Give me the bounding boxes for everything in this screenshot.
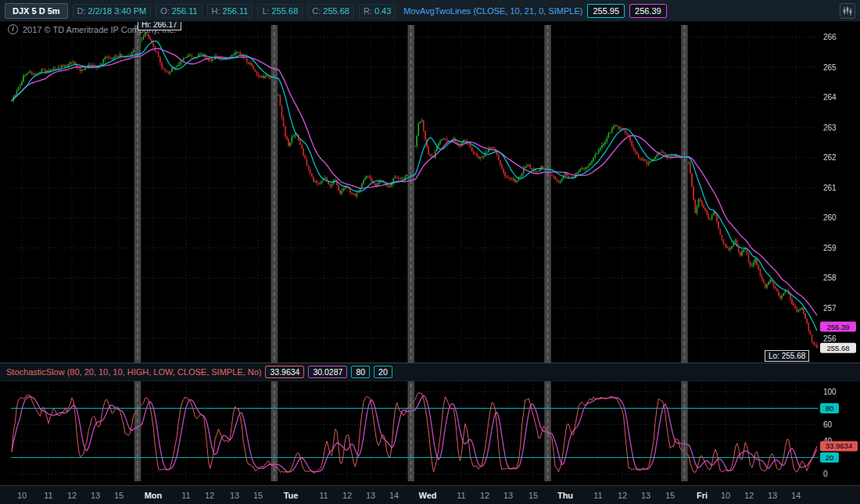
svg-text:14: 14 — [389, 491, 399, 500]
field-value: 2/2/18 3:40 PM — [88, 6, 147, 16]
field-label: L: — [262, 6, 269, 16]
svg-text:11: 11 — [181, 491, 190, 500]
field-range: R: 0.43 — [359, 4, 396, 18]
svg-text:12: 12 — [744, 491, 754, 500]
svg-text:256: 256 — [823, 334, 837, 343]
stoch-slowk-value: 33.9634 — [265, 366, 304, 378]
svg-text:13: 13 — [230, 491, 239, 500]
field-value: 255.68 — [323, 6, 349, 16]
ma-value-2: 256.39 — [629, 4, 667, 18]
svg-text:257: 257 — [823, 304, 837, 313]
svg-text:256.39: 256.39 — [826, 323, 849, 331]
svg-text:14: 14 — [791, 491, 801, 500]
svg-text:10: 10 — [721, 491, 730, 500]
price-axis[interactable]: 266265264263262261260259258257256 — [823, 33, 837, 343]
session-break-bars — [134, 25, 688, 481]
svg-text:259: 259 — [823, 244, 837, 252]
axis-badge: 33.9634 — [820, 441, 858, 451]
axis-badge: 20 — [820, 452, 839, 463]
stoch-slowd-value: 30.0287 — [308, 366, 347, 378]
field-high: H: 256.11 — [207, 4, 253, 18]
svg-text:11: 11 — [44, 491, 52, 500]
svg-text:265: 265 — [823, 63, 837, 72]
svg-text:10: 10 — [17, 491, 27, 500]
field-open: O: 256.11 — [156, 4, 202, 18]
svg-text:Wed: Wed — [418, 491, 436, 500]
field-value: 256.11 — [172, 6, 198, 16]
field-label: C: — [312, 6, 321, 16]
svg-text:15: 15 — [665, 491, 675, 500]
info-icon[interactable]: i — [8, 24, 18, 34]
svg-text:12: 12 — [480, 491, 489, 500]
svg-text:258: 258 — [823, 273, 837, 282]
svg-text:Fri: Fri — [697, 491, 708, 500]
svg-text:12: 12 — [205, 491, 214, 500]
svg-text:12: 12 — [342, 491, 352, 500]
svg-text:12: 12 — [67, 491, 77, 500]
field-label: D: — [77, 6, 86, 16]
svg-text:60: 60 — [823, 420, 833, 429]
svg-text:261: 261 — [823, 184, 837, 192]
stoch-axis[interactable]: 10060400 — [823, 388, 837, 478]
field-value: 0.43 — [374, 6, 391, 16]
svg-text:11: 11 — [457, 491, 465, 500]
svg-text:262: 262 — [823, 153, 837, 162]
low-price-marker: Lo: 255.68 — [765, 350, 809, 362]
svg-text:264: 264 — [823, 93, 837, 102]
axis-badge: 80 — [820, 403, 839, 413]
axis-badge: 256.39 — [820, 322, 856, 332]
chart-header-toolbar: DJX 5 D 5m D: 2/2/18 3:40 PM O: 256.11 H… — [0, 0, 860, 22]
svg-text:80: 80 — [826, 404, 834, 413]
price-and-stochastic-chart[interactable]: 266265264263262261260259258257256256.392… — [0, 0, 860, 504]
svg-text:13: 13 — [366, 491, 375, 500]
svg-text:15: 15 — [529, 491, 538, 500]
svg-text:13: 13 — [503, 491, 513, 500]
axis-badge: 255.68 — [820, 343, 856, 353]
svg-text:11: 11 — [593, 491, 602, 500]
thinkorswim-chart-window: 266265264263262261260259258257256256.392… — [0, 0, 860, 504]
study-label-stochasticslow[interactable]: StochasticSlow (80, 20, 10, 10, HIGH, LO… — [6, 367, 261, 377]
field-label: O: — [160, 6, 170, 16]
svg-text:20: 20 — [826, 453, 834, 462]
svg-text:255.68: 255.68 — [826, 344, 849, 352]
svg-text:Tue: Tue — [284, 491, 299, 500]
svg-text:100: 100 — [823, 388, 837, 396]
stochastic-header-strip: StochasticSlow (80, 20, 10, 10, HIGH, LO… — [0, 363, 860, 381]
svg-text:12: 12 — [618, 491, 627, 500]
symbol-timeframe-tab[interactable]: DJX 5 D 5m — [5, 3, 68, 19]
svg-text:266: 266 — [823, 33, 837, 41]
ma-value-1: 255.95 — [587, 4, 625, 18]
svg-text:15: 15 — [114, 491, 124, 500]
mini-candles-icon — [842, 5, 853, 16]
field-datetime: D: 2/2/18 3:40 PM — [73, 4, 152, 18]
study-label-movavgtwolines[interactable]: MovAvgTwoLines (CLOSE, 10, 21, 0, SIMPLE… — [403, 6, 582, 16]
svg-text:15: 15 — [253, 491, 263, 500]
field-label: H: — [212, 6, 220, 16]
field-close: C: 255.68 — [307, 4, 354, 18]
field-label: R: — [364, 6, 372, 16]
svg-text:Thu: Thu — [557, 491, 573, 500]
svg-text:263: 263 — [823, 123, 837, 132]
svg-text:11: 11 — [319, 491, 328, 500]
field-value: 255.68 — [272, 6, 299, 16]
svg-text:0: 0 — [823, 470, 828, 478]
field-low: L: 255.68 — [257, 4, 303, 18]
svg-text:260: 260 — [823, 213, 837, 222]
svg-text:13: 13 — [641, 491, 650, 500]
chart-style-icon[interactable] — [840, 3, 855, 19]
stoch-overbought-value: 80 — [351, 366, 370, 378]
svg-text:33.9634: 33.9634 — [826, 441, 852, 450]
svg-text:13: 13 — [91, 491, 100, 500]
stoch-oversold-value: 20 — [374, 366, 392, 378]
field-value: 256.11 — [223, 6, 249, 16]
svg-text:Mon: Mon — [145, 491, 163, 500]
low-marker-label: Lo: 255.68 — [769, 352, 805, 360]
svg-text:13: 13 — [768, 491, 777, 500]
